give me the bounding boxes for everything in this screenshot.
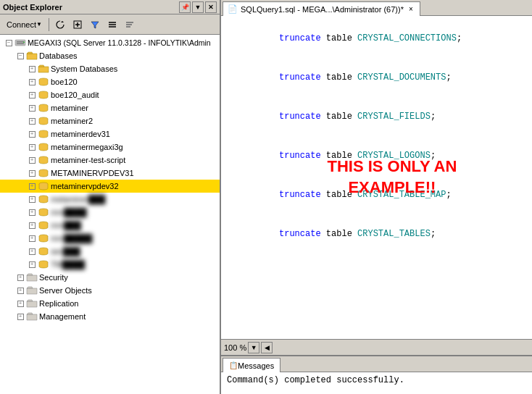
arrow-button[interactable]: ▼ bbox=[192, 1, 204, 13]
db-metaminerdev31-icon bbox=[38, 129, 49, 139]
security-expander[interactable]: + bbox=[14, 272, 26, 283]
db-metaminervpdev32-expander[interactable]: + bbox=[26, 180, 38, 192]
replication-folder-icon bbox=[26, 298, 38, 309]
db-metaminervpdev31-expander[interactable]: + bbox=[26, 167, 38, 179]
code-editor[interactable]: truncate table CRYSTAL_CONNECTIONS; trun… bbox=[221, 16, 532, 339]
db-metaminer-expander[interactable]: + bbox=[26, 102, 38, 114]
db-blurred5-icon bbox=[38, 246, 49, 256]
filter-icon[interactable] bbox=[87, 17, 103, 33]
code-line-5: truncate table CRYSTAL_TABLE_MAP; bbox=[227, 175, 526, 214]
header-left: Object Explorer bbox=[3, 3, 62, 12]
db-metaminer-test-script[interactable]: + metaminer-test-script bbox=[0, 154, 220, 167]
connect-dropdown-icon[interactable]: ▼ bbox=[36, 21, 42, 28]
db-blurred1-icon bbox=[38, 194, 49, 204]
db-boe120-audit[interactable]: + boe120_audit bbox=[0, 88, 220, 101]
messages-panel: 📋 Messages Command(s) completed successf… bbox=[221, 355, 532, 394]
db-metaminervpdev32-icon bbox=[38, 181, 49, 191]
collapse-icon[interactable] bbox=[104, 17, 120, 33]
properties-icon[interactable] bbox=[122, 17, 138, 33]
db-blurred1-expander[interactable]: + bbox=[26, 193, 38, 205]
databases-folder[interactable]: − Databases bbox=[0, 49, 220, 62]
db-metaminerdev31[interactable]: + metaminerdev31 bbox=[0, 127, 220, 141]
server-objects-label: Server Objects bbox=[39, 286, 92, 295]
db-blurred-3[interactable]: + mm███ bbox=[0, 219, 220, 232]
server-node[interactable]: − MEGAXI3 (SQL Server 11.0.3128 - INFOLY… bbox=[0, 36, 220, 49]
db-blurred5-expander[interactable]: + bbox=[26, 246, 38, 257]
db-metaminer2-label: metaminer2 bbox=[51, 117, 93, 125]
db-blurred6-expander[interactable]: + bbox=[26, 259, 38, 270]
zoom-label: 100 % bbox=[224, 343, 246, 352]
main-layout: Object Explorer 📌 ▼ ✕ Connect ▼ bbox=[0, 0, 532, 394]
db-blurred2-label: mm████ bbox=[51, 208, 87, 217]
system-databases-item[interactable]: + System Databases bbox=[0, 62, 220, 75]
management-expander[interactable]: + bbox=[14, 311, 26, 322]
db-metaminertest-icon bbox=[38, 155, 49, 165]
replication-expander[interactable]: + bbox=[14, 298, 26, 309]
messages-content: Command(s) completed successfully. bbox=[221, 372, 532, 394]
connect-button[interactable]: Connect ▼ bbox=[3, 17, 46, 33]
databases-folder-icon bbox=[26, 51, 38, 61]
code-status-bar: 100 % ▼ ◀ bbox=[221, 339, 532, 355]
zoom-dropdown-button[interactable]: ▼ bbox=[248, 342, 259, 353]
zoom-collapse-button[interactable]: ◀ bbox=[261, 342, 273, 353]
messages-tab[interactable]: 📋 Messages bbox=[223, 358, 280, 372]
close-button[interactable]: ✕ bbox=[205, 1, 217, 13]
tab-icon: 📄 bbox=[228, 4, 238, 14]
db-metaminertest-expander[interactable]: + bbox=[26, 154, 38, 166]
code-line-3: truncate table CRYSTAL_FIELDS; bbox=[227, 97, 526, 136]
db-metaminermegaxi3g[interactable]: + metaminermegaxi3g bbox=[0, 141, 220, 154]
db-metaminermegaxi3g-label: metaminermegaxi3g bbox=[51, 143, 123, 151]
db-boe120-expander[interactable]: + bbox=[26, 76, 38, 88]
db-metaminermegaxi3g-expander[interactable]: + bbox=[26, 141, 38, 153]
svg-rect-12 bbox=[17, 43, 24, 45]
query-tab[interactable]: 📄 SQLQuery1.sql - MEGA...\Administrator … bbox=[223, 1, 420, 16]
system-databases-expander[interactable]: + bbox=[26, 63, 38, 75]
messages-text: Command(s) completed successfully. bbox=[227, 375, 404, 385]
db-metaminervpdev32[interactable]: + metaminervpdev32 bbox=[0, 180, 220, 193]
db-boe120[interactable]: + boe120 bbox=[0, 75, 220, 88]
header-controls: 📌 ▼ ✕ bbox=[179, 1, 217, 13]
db-metaminervpdev31-label: METAMINERVPDEV31 bbox=[51, 169, 134, 177]
db-boe120audit-icon bbox=[38, 90, 49, 100]
db-blurred-6[interactable]: + TM████ bbox=[0, 258, 220, 271]
db-boe120-label: boe120 bbox=[51, 77, 78, 86]
db-blurred4-expander[interactable]: + bbox=[26, 232, 38, 244]
connect-label: Connect bbox=[7, 20, 36, 29]
db-metaminer-icon bbox=[38, 103, 49, 113]
db-blurred6-icon bbox=[38, 259, 49, 269]
code-line-2: truncate table CRYSTAL_DOCUMENTS; bbox=[227, 58, 526, 97]
db-metaminer2-icon bbox=[38, 116, 49, 126]
db-metaminer2-expander[interactable]: + bbox=[26, 115, 38, 127]
db-metaminervpdev31[interactable]: + METAMINERVPDEV31 bbox=[0, 167, 220, 180]
replication-folder[interactable]: + Replication bbox=[0, 297, 220, 310]
db-blurred4-label: mm█████ bbox=[51, 234, 92, 243]
db-blurred-4[interactable]: + mm█████ bbox=[0, 232, 220, 245]
db-metaminer[interactable]: + metaminer bbox=[0, 101, 220, 114]
object-explorer-title: Object Explorer bbox=[3, 3, 62, 12]
db-blurred-2[interactable]: + mm████ bbox=[0, 206, 220, 219]
server-expander[interactable]: − bbox=[3, 37, 14, 49]
server-objects-expander[interactable]: + bbox=[14, 285, 26, 296]
tab-close-button[interactable]: × bbox=[407, 5, 415, 14]
db-metaminertest-label: metaminer-test-script bbox=[51, 156, 125, 164]
system-databases-label: System Databases bbox=[51, 64, 117, 73]
db-blurred3-expander[interactable]: + bbox=[26, 219, 38, 231]
db-metaminer2[interactable]: + metaminer2 bbox=[0, 114, 220, 127]
svg-rect-9 bbox=[126, 26, 130, 28]
pin-button[interactable]: 📌 bbox=[179, 1, 191, 13]
server-objects-folder[interactable]: + Server Objects bbox=[0, 284, 220, 297]
db-blurred-1[interactable]: + metaminer███ bbox=[0, 193, 220, 206]
refresh-icon[interactable] bbox=[52, 17, 68, 33]
db-blurred2-expander[interactable]: + bbox=[26, 206, 38, 218]
databases-expander[interactable]: − bbox=[14, 50, 26, 62]
db-metaminerdev31-expander[interactable]: + bbox=[26, 128, 38, 140]
management-folder[interactable]: + Management bbox=[0, 310, 220, 323]
db-blurred-5[interactable]: + sec███ bbox=[0, 245, 220, 258]
query-tab-label: SQLQuery1.sql - MEGA...\Administrator (6… bbox=[241, 5, 404, 14]
new-query-icon[interactable] bbox=[70, 17, 86, 33]
db-boe120audit-expander[interactable]: + bbox=[26, 89, 38, 101]
db-blurred3-icon bbox=[38, 220, 49, 230]
svg-rect-8 bbox=[126, 24, 132, 25]
svg-rect-7 bbox=[126, 22, 133, 23]
security-folder[interactable]: + Security bbox=[0, 271, 220, 284]
